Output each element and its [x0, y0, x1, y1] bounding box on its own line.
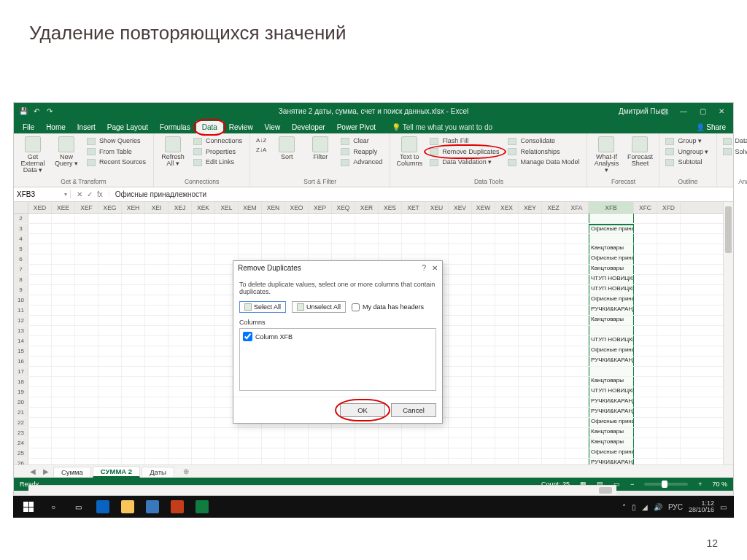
- cell[interactable]: [145, 326, 169, 335]
- cell[interactable]: [239, 224, 262, 233]
- cell[interactable]: [472, 326, 495, 335]
- cell[interactable]: [262, 244, 285, 254]
- cell[interactable]: [657, 397, 681, 407]
- cell[interactable]: Канцтовары: [589, 438, 634, 448]
- cell[interactable]: [565, 357, 589, 366]
- cell[interactable]: [75, 244, 98, 254]
- cell[interactable]: [542, 224, 565, 233]
- powerpoint-icon[interactable]: [165, 497, 190, 516]
- cell[interactable]: [402, 459, 425, 464]
- cell[interactable]: [542, 377, 565, 386]
- cell[interactable]: [192, 387, 215, 397]
- cell[interactable]: [52, 448, 75, 458]
- cancel-fx-icon[interactable]: ✕: [77, 190, 82, 198]
- cell[interactable]: [472, 336, 495, 346]
- tab-insert[interactable]: Insert: [71, 121, 101, 133]
- cell[interactable]: [519, 306, 542, 315]
- cell[interactable]: Офисные принадлежности: [589, 224, 634, 233]
- cell[interactable]: [145, 285, 169, 295]
- cell[interactable]: [169, 234, 192, 244]
- zoom-slider[interactable]: [644, 483, 688, 486]
- row-header[interactable]: 20: [14, 397, 28, 407]
- cell[interactable]: [122, 438, 145, 448]
- cell[interactable]: [449, 459, 472, 464]
- cell[interactable]: [519, 295, 542, 305]
- cell[interactable]: [145, 346, 169, 356]
- cell[interactable]: [52, 275, 75, 284]
- cell[interactable]: [28, 336, 52, 346]
- cell[interactable]: [28, 428, 52, 438]
- cell[interactable]: [634, 316, 657, 325]
- excel-icon[interactable]: [190, 497, 214, 516]
- cell[interactable]: [657, 295, 681, 305]
- cell[interactable]: [98, 438, 122, 448]
- cell[interactable]: [145, 408, 169, 417]
- cell[interactable]: [634, 346, 657, 356]
- cell[interactable]: [52, 295, 75, 305]
- cell[interactable]: [634, 295, 657, 305]
- cell[interactable]: [98, 285, 122, 295]
- recent-sources-button[interactable]: Recent Sources: [85, 158, 149, 167]
- cell[interactable]: [542, 265, 565, 274]
- cell[interactable]: РУЧКИ&КАРАНДАШИ: [589, 459, 634, 464]
- tab-page-layout[interactable]: Page Layout: [101, 121, 154, 133]
- cell[interactable]: [75, 459, 98, 464]
- cell[interactable]: [332, 438, 355, 448]
- refresh-all-button[interactable]: Refresh All ▾: [158, 136, 187, 167]
- cell[interactable]: [565, 326, 589, 335]
- cell[interactable]: [402, 438, 425, 448]
- cell[interactable]: [192, 244, 215, 254]
- cell[interactable]: [98, 408, 122, 417]
- tab-file[interactable]: File: [17, 121, 40, 133]
- cell[interactable]: [145, 214, 169, 223]
- cell[interactable]: [122, 214, 145, 223]
- cell[interactable]: [332, 234, 355, 244]
- cell[interactable]: Канцтовары: [589, 428, 634, 438]
- cell[interactable]: [28, 357, 52, 366]
- cell[interactable]: [169, 397, 192, 407]
- cell[interactable]: [519, 459, 542, 464]
- cell[interactable]: [449, 254, 472, 264]
- cell[interactable]: [449, 275, 472, 284]
- unselect-all-button[interactable]: Unselect All: [292, 301, 346, 313]
- cell[interactable]: [449, 408, 472, 417]
- cell[interactable]: [28, 438, 52, 448]
- cell[interactable]: [239, 244, 262, 254]
- headers-checkbox[interactable]: My data has headers: [352, 303, 424, 311]
- cell[interactable]: [192, 438, 215, 448]
- text-to-columns-button[interactable]: Text to Columns: [395, 136, 424, 167]
- cell[interactable]: [332, 244, 355, 254]
- cell[interactable]: [402, 234, 425, 244]
- cell[interactable]: [192, 459, 215, 464]
- cell[interactable]: [634, 448, 657, 458]
- cell[interactable]: [634, 326, 657, 335]
- cell[interactable]: [519, 387, 542, 397]
- filter-button[interactable]: Filter: [306, 136, 335, 160]
- cell[interactable]: [657, 234, 681, 244]
- cell[interactable]: [52, 357, 75, 366]
- cell[interactable]: [565, 316, 589, 325]
- cell[interactable]: [28, 408, 52, 417]
- cell[interactable]: [542, 448, 565, 458]
- row-header[interactable]: 6: [14, 254, 28, 264]
- task-view-icon[interactable]: ▭: [66, 497, 90, 516]
- cell[interactable]: [634, 244, 657, 254]
- cell[interactable]: [542, 418, 565, 427]
- cell[interactable]: [285, 224, 309, 233]
- cell[interactable]: [52, 234, 75, 244]
- row-header[interactable]: 21: [14, 408, 28, 417]
- cell[interactable]: [169, 244, 192, 254]
- column-header[interactable]: XED: [28, 202, 52, 213]
- dialog-help-icon[interactable]: ?: [422, 264, 426, 272]
- column-header[interactable]: XEO: [285, 202, 309, 213]
- cell[interactable]: [215, 224, 239, 233]
- cell[interactable]: [75, 285, 98, 295]
- row-header[interactable]: 19: [14, 387, 28, 397]
- cell[interactable]: [122, 275, 145, 284]
- cell[interactable]: [657, 408, 681, 417]
- cell[interactable]: [145, 244, 169, 254]
- cell[interactable]: [332, 224, 355, 233]
- cell[interactable]: [75, 418, 98, 427]
- column-header[interactable]: XEG: [98, 202, 122, 213]
- column-header[interactable]: XFC: [634, 202, 657, 213]
